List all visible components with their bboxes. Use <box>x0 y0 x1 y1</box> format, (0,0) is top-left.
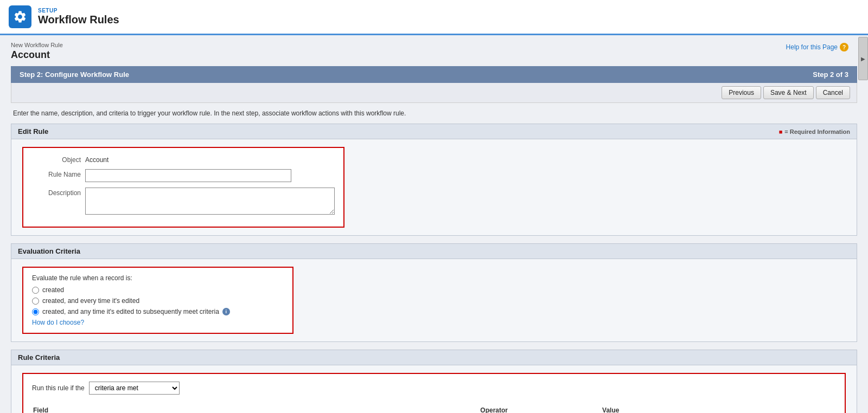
eval-inner: Evaluate the rule when a record is: crea… <box>22 267 293 334</box>
eval-section-header: Evaluation Criteria <box>11 243 857 259</box>
toolbar-row: Previous Save & Next Cancel <box>11 83 857 103</box>
col-operator: Operator <box>480 404 601 413</box>
cancel-button[interactable]: Cancel <box>816 86 850 99</box>
eval-label: Evaluate the rule when a record is: <box>32 274 284 282</box>
how-link[interactable]: How do I choose? <box>32 319 284 326</box>
header-icon <box>9 5 31 28</box>
rule-criteria-section-header: Rule Criteria <box>11 350 857 365</box>
rule-name-label: Rule Name <box>32 169 81 178</box>
run-label: Run this rule if the <box>32 384 85 392</box>
header: SETUP Workflow Rules <box>0 0 868 35</box>
required-legend: ■ = Required Information <box>779 128 850 135</box>
col-conjunction <box>794 404 835 413</box>
previous-button[interactable]: Previous <box>722 86 761 99</box>
edit-rule-title: Edit Rule <box>18 127 48 135</box>
col-value: Value <box>602 404 793 413</box>
description-input[interactable] <box>85 188 335 215</box>
scroll-arrow-icon: ▶ <box>861 56 865 62</box>
main-content: New Workflow Rule Account Help for this … <box>0 35 868 413</box>
eval-option-1-label: created <box>42 286 64 294</box>
description-label: Description <box>32 188 81 197</box>
help-link[interactable]: Help for this Page ? <box>786 43 848 51</box>
run-row: Run this rule if the criteria are met fo… <box>32 382 836 395</box>
step-bar: Step 2: Configure Workflow Rule Step 2 o… <box>11 66 857 83</box>
criteria-table-header: Field Operator Value <box>33 404 835 413</box>
object-title: Account <box>11 49 857 61</box>
criteria-table: Field Operator Value --None-- <box>32 403 836 413</box>
step-label-left: Step 2: Configure Workflow Rule <box>20 70 129 79</box>
col-field: Field <box>33 404 479 413</box>
help-link-text: Help for this Page <box>786 43 838 51</box>
object-label: Object <box>32 154 81 164</box>
rule-criteria-inner: Run this rule if the criteria are met fo… <box>22 373 846 413</box>
required-text: = Required Information <box>784 128 850 135</box>
info-text: Enter the name, description, and criteri… <box>11 109 857 117</box>
setup-label: SETUP <box>38 8 119 14</box>
edit-rule-section-header: Edit Rule ■ = Required Information <box>11 124 857 139</box>
eval-radio-created-meet[interactable] <box>32 308 39 315</box>
edit-rule-inner: Object Account Rule Name Description <box>22 147 344 228</box>
rule-name-input[interactable] <box>85 169 291 182</box>
step-label-right: Step 2 of 3 <box>813 70 848 79</box>
edit-rule-content: Object Account Rule Name Description <box>11 139 857 236</box>
eval-option-3-label: created, and any time it's edited to sub… <box>42 308 219 315</box>
criteria-select[interactable]: criteria are met formula evaluates to tr… <box>89 382 180 395</box>
help-icon: ? <box>840 43 848 51</box>
description-row: Description <box>32 188 335 215</box>
eval-option-2-label: created, and every time it's edited <box>42 297 139 305</box>
eval-option-3-row: created, and any time it's edited to sub… <box>32 308 284 315</box>
breadcrumb: New Workflow Rule <box>11 42 857 48</box>
gear-icon <box>13 10 27 24</box>
eval-section-title: Evaluation Criteria <box>18 247 80 255</box>
eval-info-icon[interactable]: i <box>222 308 230 315</box>
rule-criteria-content: Run this rule if the criteria are met fo… <box>11 365 857 413</box>
rule-name-row: Rule Name <box>32 169 335 182</box>
page-title: Workflow Rules <box>38 14 119 26</box>
eval-option-1-row: created <box>32 286 284 294</box>
eval-radio-created[interactable] <box>32 287 39 294</box>
object-row: Object Account <box>32 154 335 164</box>
req-star: ■ <box>779 128 783 135</box>
eval-option-2-row: created, and every time it's edited <box>32 297 284 305</box>
object-value: Account <box>85 154 108 164</box>
header-text: SETUP Workflow Rules <box>38 8 119 26</box>
save-next-button[interactable]: Save & Next <box>763 86 814 99</box>
rule-criteria-title: Rule Criteria <box>18 353 60 362</box>
scroll-handle[interactable]: ▶ <box>858 37 868 80</box>
eval-radio-created-edited[interactable] <box>32 298 39 305</box>
eval-section-content: Evaluate the rule when a record is: crea… <box>11 259 857 342</box>
